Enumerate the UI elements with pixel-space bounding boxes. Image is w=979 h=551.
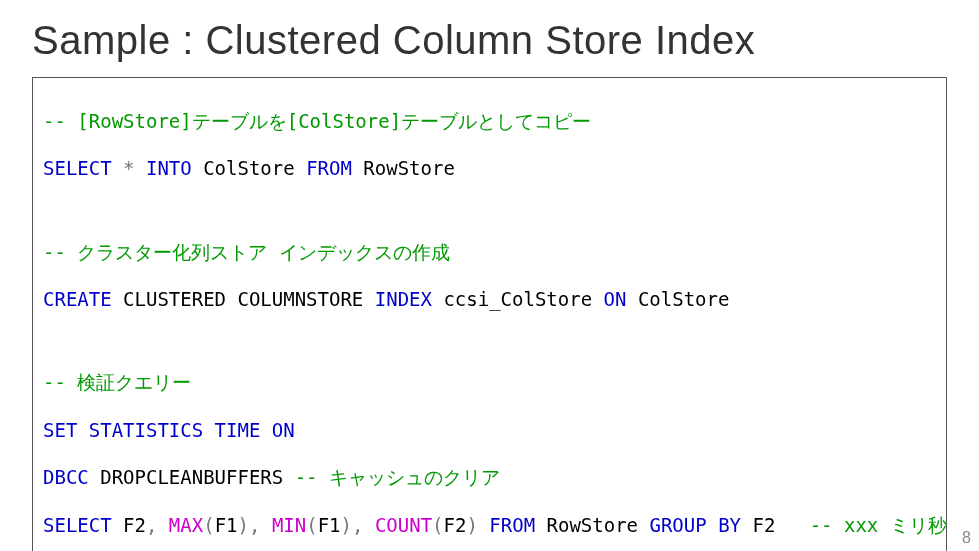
kw-dbcc: DBCC: [43, 466, 89, 488]
kw-from: FROM: [306, 157, 352, 179]
paren: ): [341, 514, 352, 536]
paren: (: [306, 514, 317, 536]
dbcc-cmd: DROPCLEANBUFFERS: [89, 466, 295, 488]
comma: ,: [146, 514, 157, 536]
idx-name: ccsi_ColStore: [432, 288, 604, 310]
code-comment: -- xxx ミリ秒: [810, 514, 947, 536]
op-star: *: [112, 157, 146, 179]
kw-on: ON: [260, 419, 294, 441]
tbl-colstore: ColStore: [626, 288, 729, 310]
kw-index: INDEX: [375, 288, 432, 310]
kw-select: SELECT: [43, 157, 112, 179]
kw-create: CREATE: [43, 288, 112, 310]
kw-set: SET: [43, 419, 77, 441]
col-f2: F2: [444, 514, 467, 536]
code-comment: -- キャッシュのクリア: [295, 466, 500, 488]
fn-count: COUNT: [363, 514, 432, 536]
paren: (: [432, 514, 443, 536]
kw-group: GROUP: [649, 514, 706, 536]
comma: ,: [352, 514, 363, 536]
paren: ): [238, 514, 249, 536]
code-comment: -- クラスター化列ストア インデックスの作成: [43, 241, 450, 263]
kw-on: ON: [604, 288, 627, 310]
code-comment: -- [RowStore]テーブルを[ColStore]テーブルとしてコピー: [43, 110, 591, 132]
fn-max: MAX: [157, 514, 203, 536]
col-f2: F2: [112, 514, 146, 536]
col-f1: F1: [318, 514, 341, 536]
kw-statistics: STATISTICS: [77, 419, 203, 441]
slide-title: Sample : Clustered Column Store Index: [32, 18, 947, 63]
kw-from: FROM: [478, 514, 535, 536]
kw-by: BY: [707, 514, 741, 536]
comma: ,: [249, 514, 260, 536]
kw-time: TIME: [203, 419, 260, 441]
code-block: -- [RowStore]テーブルを[ColStore]テーブルとしてコピー S…: [32, 77, 947, 551]
col-f1: F1: [215, 514, 238, 536]
slide: Sample : Clustered Column Store Index --…: [0, 0, 979, 551]
tbl-colstore: ColStore: [192, 157, 306, 179]
kw-select: SELECT: [43, 514, 112, 536]
txt-clustered: CLUSTERED COLUMNSTORE: [112, 288, 375, 310]
kw-into: INTO: [146, 157, 192, 179]
col-f2: F2: [741, 514, 810, 536]
paren: (: [203, 514, 214, 536]
tbl-rowstore: RowStore: [535, 514, 649, 536]
tbl-rowstore: RowStore: [352, 157, 455, 179]
code-comment: -- 検証クエリー: [43, 371, 191, 393]
fn-min: MIN: [260, 514, 306, 536]
page-number: 8: [962, 529, 971, 547]
paren: ): [466, 514, 477, 536]
